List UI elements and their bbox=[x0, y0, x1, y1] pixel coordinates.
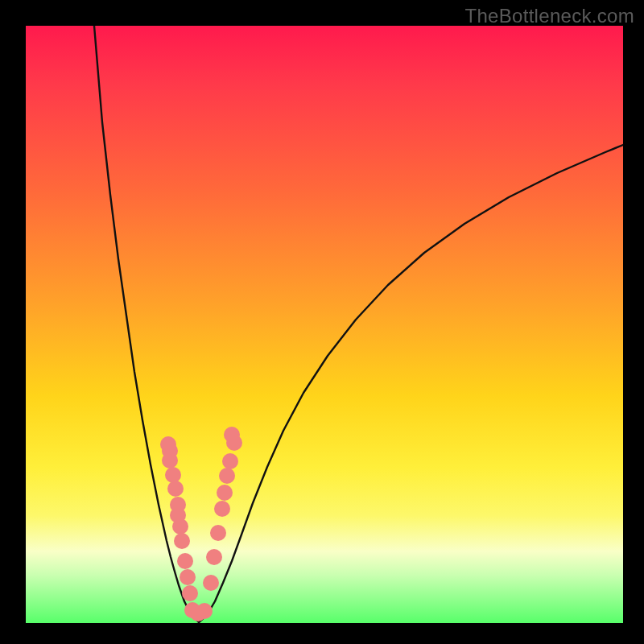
marker-dot bbox=[206, 549, 222, 565]
marker-dot bbox=[219, 468, 235, 484]
marker-dot bbox=[174, 533, 190, 549]
marker-dot bbox=[226, 435, 242, 451]
curve-overlay bbox=[26, 26, 623, 623]
marker-dot bbox=[214, 501, 230, 517]
marker-dot bbox=[210, 525, 226, 541]
marker-dot bbox=[162, 452, 178, 469]
marker-dot bbox=[217, 485, 233, 501]
watermark-text: TheBottleneck.com bbox=[464, 5, 634, 27]
marker-dot bbox=[172, 518, 188, 535]
marker-dot bbox=[182, 585, 198, 601]
marker-dot bbox=[167, 481, 184, 497]
marker-dot bbox=[180, 569, 196, 585]
marker-dot bbox=[165, 467, 181, 483]
plot-area bbox=[26, 26, 623, 623]
marker-dot bbox=[222, 453, 238, 469]
marker-dots bbox=[160, 427, 242, 621]
chart-frame: TheBottleneck.com bbox=[0, 0, 644, 644]
curve-right-branch bbox=[199, 145, 623, 622]
marker-dot bbox=[196, 603, 213, 619]
marker-dot bbox=[203, 575, 219, 591]
marker-dot bbox=[177, 553, 193, 569]
bottleneck-curve bbox=[94, 26, 623, 622]
